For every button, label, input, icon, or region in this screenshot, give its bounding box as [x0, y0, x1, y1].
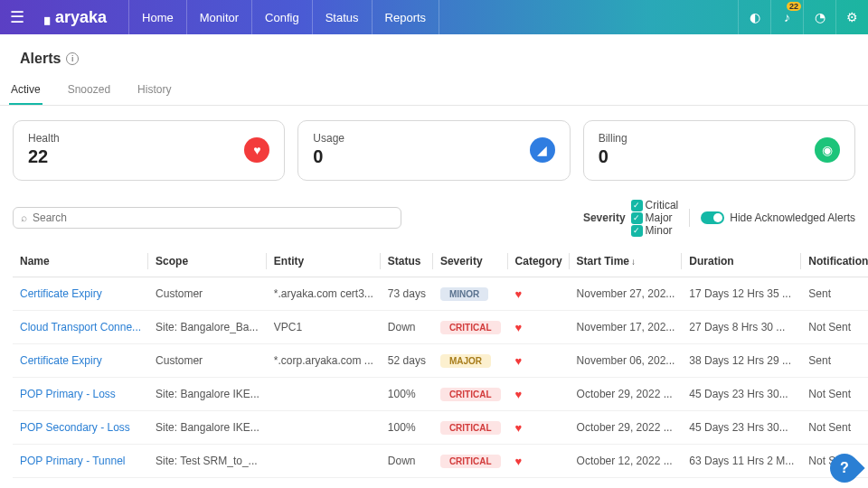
- share-icon[interactable]: ⚙: [835, 0, 868, 34]
- heart-icon: ♥: [515, 321, 523, 334]
- table-header: Name Scope Entity Status Severity Catego…: [13, 246, 868, 277]
- tab-active[interactable]: Active: [9, 76, 42, 105]
- table-row: Cloud Transport Conne...Site: Bangalore_…: [13, 311, 868, 344]
- table-row: POP Primary - LossSite: Bangalore IKE...…: [13, 378, 868, 411]
- nav-reports[interactable]: Reports: [373, 0, 440, 34]
- heart-icon: ♥: [515, 287, 523, 301]
- heart-icon: ♥: [515, 388, 523, 401]
- logo[interactable]: aryaka: [34, 8, 128, 27]
- alert-name[interactable]: Cloud Transport Conne...: [13, 311, 148, 344]
- tabs: ActiveSnoozedHistory: [0, 76, 868, 106]
- money-icon: ◉: [815, 137, 840, 163]
- search-icon: ⌕: [21, 211, 27, 224]
- page-title: Alerts i: [0, 34, 868, 76]
- hide-ack-toggle[interactable]: [701, 211, 724, 224]
- heart-icon: ♥: [515, 421, 523, 435]
- table-row: POP Primary - TunnelSite: Test SRM_to_..…: [13, 445, 868, 478]
- alert-name[interactable]: POP Primary - Tunnel: [13, 445, 148, 478]
- table-row: Certificate ExpiryCustomer*.corp.aryaka.…: [13, 344, 868, 378]
- nav-config[interactable]: Config: [252, 0, 313, 34]
- table-row: POP Primary - TunnelSite: Test_SRMDownCR…: [13, 478, 868, 489]
- alert-name[interactable]: POP Primary - Loss: [13, 378, 148, 411]
- nav-status[interactable]: Status: [313, 0, 373, 34]
- table-row: POP Secondary - LossSite: Bangalore IKE.…: [13, 411, 868, 445]
- sort-desc-icon: ↓: [631, 257, 636, 267]
- chart-icon: ◢: [530, 137, 555, 163]
- filter-row: ⌕ Severity ✓Critical ✓Major ✓Minor Hide …: [0, 192, 868, 246]
- hide-ack-label: Hide Acknowledged Alerts: [730, 211, 855, 224]
- topbar-right: ◐ ♪22 ◔ ⚙: [738, 0, 868, 34]
- summary-cards: Health22 ♥ Usage0 ◢ Billing0 ◉: [0, 106, 868, 192]
- filter-major[interactable]: ✓Major: [631, 211, 679, 224]
- severity-label: Severity: [583, 211, 626, 224]
- bell-icon[interactable]: ♪22: [770, 0, 803, 34]
- nav-monitor[interactable]: Monitor: [187, 0, 252, 34]
- nav-home[interactable]: Home: [128, 0, 187, 34]
- tab-snoozed[interactable]: Snoozed: [66, 76, 112, 105]
- alerts-table: Name Scope Entity Status Severity Catego…: [13, 246, 868, 488]
- alert-name[interactable]: Certificate Expiry: [13, 344, 148, 378]
- clock-icon[interactable]: ◔: [803, 0, 835, 34]
- filter-minor[interactable]: ✓Minor: [631, 224, 679, 237]
- heart-icon: ♥: [515, 354, 523, 368]
- info-icon[interactable]: i: [66, 52, 79, 65]
- billing-card[interactable]: Billing0 ◉: [583, 120, 855, 181]
- filter-critical[interactable]: ✓Critical: [631, 199, 679, 211]
- usage-card[interactable]: Usage0 ◢: [297, 120, 570, 181]
- health-card[interactable]: Health22 ♥: [13, 120, 285, 181]
- top-nav: HomeMonitorConfigStatusReports: [128, 0, 439, 34]
- alert-name[interactable]: Certificate Expiry: [13, 277, 148, 311]
- globe-icon[interactable]: ◐: [738, 0, 770, 34]
- bell-badge: 22: [787, 2, 801, 11]
- table-row: Certificate ExpiryCustomer*.aryaka.com c…: [13, 277, 868, 311]
- topbar: ☰ aryaka HomeMonitorConfigStatusReports …: [0, 0, 868, 34]
- search-input[interactable]: ⌕: [13, 207, 401, 229]
- tab-history[interactable]: History: [136, 76, 173, 105]
- alert-name[interactable]: POP Secondary - Loss: [13, 411, 148, 445]
- alert-name[interactable]: POP Primary - Tunnel: [13, 478, 148, 489]
- search-field[interactable]: [33, 211, 393, 224]
- heart-icon: ♥: [244, 137, 269, 163]
- hamburger-icon[interactable]: ☰: [0, 0, 34, 34]
- heart-icon: ♥: [515, 455, 523, 468]
